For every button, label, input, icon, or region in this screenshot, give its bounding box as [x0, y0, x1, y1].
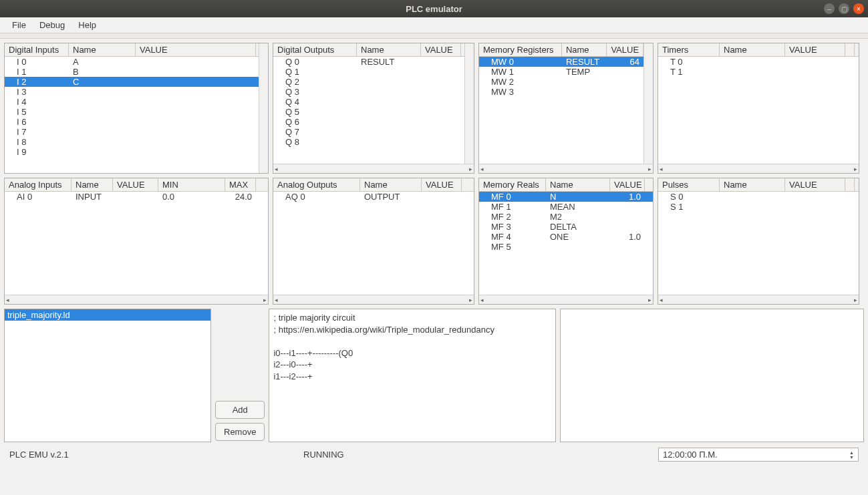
- scrollbar-horizontal[interactable]: ◂▸: [479, 164, 653, 173]
- table-row[interactable]: MW 0RESULT64: [479, 57, 643, 67]
- table-row[interactable]: Q 3: [273, 87, 464, 97]
- table-cell: [785, 57, 845, 67]
- column-header[interactable]: Timers: [658, 43, 720, 56]
- table-row[interactable]: MF 2M2: [479, 212, 653, 222]
- menu-help[interactable]: Help: [71, 19, 103, 31]
- column-header[interactable]: Digital Outputs: [273, 43, 357, 56]
- table-row[interactable]: MF 4ONE1.0: [479, 232, 653, 242]
- column-header[interactable]: Name: [71, 178, 113, 191]
- table-row[interactable]: I 7: [5, 127, 259, 137]
- table-row[interactable]: AQ 0OUTPUT: [273, 192, 474, 202]
- table-row[interactable]: Q 7: [273, 127, 464, 137]
- scrollbar-horizontal[interactable]: ◂▸: [273, 295, 474, 304]
- table-row[interactable]: MF 3DELTA: [479, 222, 653, 232]
- scrollbar-horizontal[interactable]: ◂▸: [658, 164, 859, 173]
- table-row[interactable]: MF 1MEAN: [479, 202, 653, 212]
- table-cell: 0.0: [158, 192, 225, 202]
- menu-debug[interactable]: Debug: [33, 19, 71, 31]
- column-header[interactable]: VALUE: [610, 178, 645, 191]
- column-header[interactable]: Name: [720, 43, 785, 56]
- table-row[interactable]: Q 5: [273, 107, 464, 117]
- table-cell: I 8: [5, 137, 69, 147]
- table-row[interactable]: I 5: [5, 107, 259, 117]
- table-row[interactable]: MF 5: [479, 242, 653, 252]
- column-header[interactable]: VALUE: [421, 43, 461, 56]
- table-row[interactable]: Q 8: [273, 137, 464, 147]
- table-cell: [136, 97, 256, 107]
- panel-analog-outputs: Analog OutputsNameVALUE AQ 0OUTPUT ◂▸: [273, 178, 474, 305]
- column-header[interactable]: MAX: [225, 178, 256, 191]
- table-row[interactable]: MF 0N1.0: [479, 192, 653, 202]
- table-cell: ONE: [546, 232, 610, 242]
- panel-timers: TimersNameVALUE T 0T 1 ◂▸: [658, 43, 859, 174]
- table-row[interactable]: Q 1: [273, 67, 464, 77]
- close-button[interactable]: ×: [853, 3, 864, 14]
- table-row[interactable]: I 9: [5, 147, 259, 157]
- scrollbar-horizontal[interactable]: ◂▸: [479, 295, 653, 304]
- column-header[interactable]: Analog Outputs: [273, 178, 360, 191]
- table-cell: [357, 77, 421, 87]
- column-header[interactable]: Digital Inputs: [5, 43, 69, 56]
- table-row[interactable]: Q 4: [273, 97, 464, 107]
- table-row[interactable]: Q 6: [273, 117, 464, 127]
- minimize-button[interactable]: –: [824, 3, 835, 14]
- column-header[interactable]: Memory Reals: [479, 178, 546, 191]
- add-button[interactable]: Add: [215, 401, 265, 419]
- table-cell: [546, 242, 610, 252]
- scrollbar-vertical[interactable]: [259, 43, 268, 173]
- column-header[interactable]: Memory Registers: [479, 43, 562, 56]
- table-row[interactable]: I 3: [5, 87, 259, 97]
- table-row[interactable]: MW 2: [479, 77, 643, 87]
- column-header[interactable]: Name: [546, 178, 610, 191]
- maximize-button[interactable]: ▢: [839, 3, 849, 14]
- table-cell: [607, 87, 643, 97]
- table-row[interactable]: S 0: [658, 192, 859, 202]
- column-header[interactable]: [845, 43, 855, 56]
- table-cell: I 0: [5, 57, 69, 67]
- table-row[interactable]: I 2C: [5, 77, 259, 87]
- table-row[interactable]: Q 2: [273, 77, 464, 87]
- table-row[interactable]: Q 0RESULT: [273, 57, 464, 67]
- file-item[interactable]: triple_majority.ld: [5, 309, 210, 321]
- table-row[interactable]: T 0: [658, 57, 859, 67]
- table-row[interactable]: S 1: [658, 202, 859, 212]
- column-header[interactable]: Name: [360, 178, 422, 191]
- column-header[interactable]: Name: [562, 43, 607, 56]
- time-spinner[interactable]: ▲▼: [849, 450, 854, 460]
- menu-file[interactable]: File: [5, 19, 33, 31]
- column-header[interactable]: MIN: [158, 178, 225, 191]
- table-row[interactable]: T 1: [658, 67, 859, 77]
- column-header[interactable]: Name: [69, 43, 136, 56]
- scrollbar-horizontal[interactable]: ◂▸: [273, 164, 474, 173]
- column-header[interactable]: VALUE: [422, 178, 462, 191]
- table-row[interactable]: MW 3: [479, 87, 643, 97]
- table-cell: MEAN: [546, 202, 610, 212]
- code-view[interactable]: ; triple majority circuit ; https://en.w…: [269, 309, 556, 442]
- scrollbar-horizontal[interactable]: ◂▸: [658, 295, 859, 304]
- scrollbar-horizontal[interactable]: ◂▸: [5, 295, 268, 304]
- column-header[interactable]: Pulses: [658, 178, 720, 191]
- column-header[interactable]: [845, 178, 855, 191]
- table-cell: [421, 117, 461, 127]
- remove-button[interactable]: Remove: [215, 423, 265, 441]
- column-header[interactable]: Name: [357, 43, 421, 56]
- column-header[interactable]: Analog Inputs: [5, 178, 71, 191]
- column-header[interactable]: VALUE: [785, 178, 845, 191]
- table-cell: TEMP: [562, 67, 607, 77]
- column-header[interactable]: VALUE: [607, 43, 643, 56]
- column-header[interactable]: VALUE: [785, 43, 845, 56]
- table-row[interactable]: MW 1TEMP: [479, 67, 643, 77]
- table-row[interactable]: I 8: [5, 137, 259, 147]
- scrollbar-vertical[interactable]: [464, 43, 474, 164]
- column-header[interactable]: VALUE: [136, 43, 256, 56]
- scrollbar-vertical[interactable]: [643, 43, 653, 164]
- time-field[interactable]: 12:00:00 Π.Μ. ▲▼: [658, 448, 859, 462]
- table-row[interactable]: I 4: [5, 97, 259, 107]
- file-list[interactable]: triple_majority.ld: [4, 309, 211, 442]
- table-row[interactable]: AI 0INPUT0.024.0: [5, 192, 268, 202]
- table-row[interactable]: I 1B: [5, 67, 259, 77]
- column-header[interactable]: Name: [720, 178, 785, 191]
- table-row[interactable]: I 0A: [5, 57, 259, 67]
- table-row[interactable]: I 6: [5, 117, 259, 127]
- column-header[interactable]: VALUE: [113, 178, 158, 191]
